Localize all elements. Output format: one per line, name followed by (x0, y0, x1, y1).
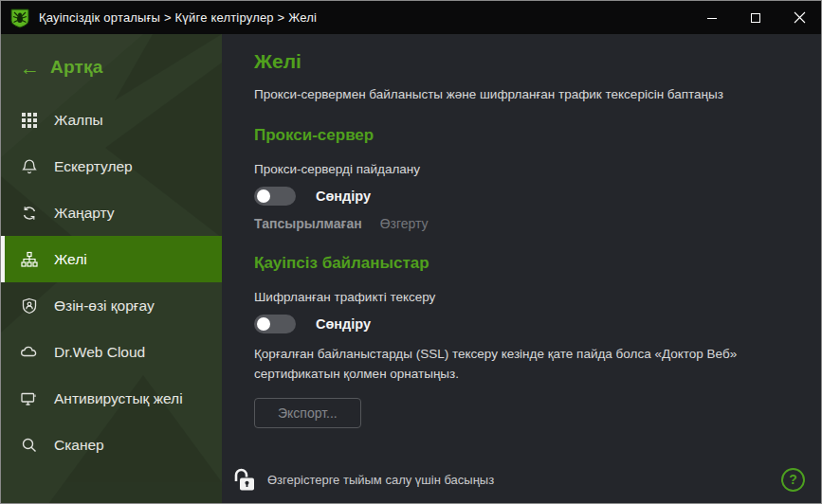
proxy-toggle-row: Сөндіру (254, 187, 800, 206)
self-protection-shield-icon (20, 297, 38, 315)
network-icon (20, 250, 38, 268)
close-button[interactable] (777, 1, 821, 34)
sidebar-item-label: Жаңарту (54, 205, 115, 222)
lock-hint-text: Өзгерістерге тыйым салу үшін басыңыз (267, 473, 494, 487)
titlebar-breadcrumb: Қауіпсіздік орталығы > Күйге келтірулер … (39, 10, 690, 25)
toggle-knob (257, 189, 270, 203)
sidebar-item-self-protection[interactable]: Өзін-өзі қорғау (1, 282, 222, 329)
sidebar-item-label: Сканер (54, 437, 104, 454)
sidebar-nav: Жалпы Ескертулер (1, 97, 222, 468)
footer-bar: Өзгерістерге тыйым салу үшін басыңыз ? (222, 455, 821, 504)
sidebar-item-label: Өзін-өзі қорғау (54, 297, 155, 315)
sidebar: ← Артқа Жалпы (1, 34, 222, 504)
drweb-logo-icon (9, 8, 30, 28)
back-label: Артқа (50, 57, 102, 78)
back-arrow-icon: ← (20, 58, 40, 78)
minimize-button[interactable] (690, 1, 734, 34)
sidebar-item-label: Dr.Web Cloud (54, 344, 145, 361)
proxy-section-heading: Прокси-сервер (254, 124, 800, 147)
sidebar-item-label: Антивирустық желі (54, 390, 183, 407)
back-button[interactable]: ← Артқа (1, 53, 222, 81)
lock-settings-button[interactable] (233, 467, 256, 493)
monitor-icon (20, 389, 38, 407)
sidebar-item-label: Жалпы (54, 112, 103, 129)
open-lock-icon (233, 467, 256, 493)
titlebar: Қауіпсіздік орталығы > Күйге келтірулер … (1, 1, 821, 34)
window-controls (690, 1, 821, 34)
secure-connections-heading: Қауіпсіз байланыстар (254, 252, 800, 275)
maximize-icon (750, 12, 761, 24)
minimize-icon (706, 12, 718, 24)
magnifier-icon (20, 436, 38, 454)
close-icon (794, 11, 806, 24)
page-title: Желі (254, 49, 800, 74)
ssl-toggle-state: Сөндіру (316, 316, 371, 332)
sidebar-item-cloud[interactable]: Dr.Web Cloud (1, 329, 222, 375)
toggle-knob (257, 317, 270, 331)
settings-network-page: Желі Прокси-сервермен байланысты және ши… (222, 34, 821, 504)
sidebar-item-update[interactable]: Жаңарту (1, 189, 222, 236)
help-button[interactable]: ? (781, 468, 805, 492)
refresh-icon (20, 204, 38, 222)
grid-icon (20, 111, 38, 129)
ssl-toggle-label: Шифрланған трафикті тексеру (254, 289, 800, 306)
page-subtitle: Прокси-сервермен байланысты және шифрлан… (254, 86, 800, 103)
proxy-toggle-state: Сөндіру (316, 189, 371, 204)
ssl-toggle-switch[interactable] (254, 315, 296, 333)
app-window: Қауіпсіздік орталығы > Күйге келтірулер … (0, 0, 822, 504)
ssl-certificate-note: Қорғалған байланыстарды (SSL) тексеру ке… (254, 344, 800, 384)
sidebar-item-label: Ескертулер (54, 158, 133, 175)
bell-icon (20, 157, 38, 175)
ssl-toggle-row: Сөндіру (254, 315, 800, 333)
sidebar-item-antivirus-network[interactable]: Антивирустық желі (1, 375, 222, 422)
sidebar-item-notifications[interactable]: Ескертулер (1, 143, 222, 189)
export-certificate-button[interactable]: Экспорт... (254, 398, 361, 428)
maximize-button[interactable] (734, 1, 777, 34)
proxy-change-link[interactable]: Өзгерту (380, 216, 429, 231)
sidebar-item-label: Желі (54, 251, 87, 268)
sidebar-item-scanner[interactable]: Сканер (1, 422, 222, 468)
proxy-status-row: Тапсырылмаған Өзгерту (254, 216, 800, 231)
proxy-toggle-switch[interactable] (254, 187, 296, 206)
cloud-icon (20, 343, 38, 361)
sidebar-item-network[interactable]: Желі (1, 236, 222, 282)
proxy-status: Тапсырылмаған (254, 216, 362, 231)
proxy-toggle-label: Прокси-серверді пайдалану (254, 161, 800, 178)
sidebar-item-general[interactable]: Жалпы (1, 97, 222, 143)
